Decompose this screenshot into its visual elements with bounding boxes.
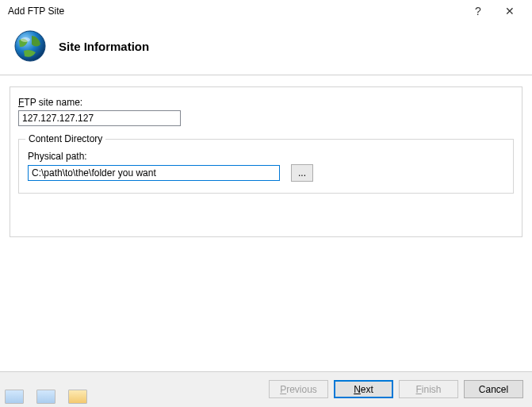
next-button[interactable]: Next [334,380,393,398]
previous-button: Previous [269,380,328,398]
content-directory-group: Content Directory Physical path: ... [18,139,514,194]
physical-path-input[interactable] [28,165,280,181]
content-directory-legend: Content Directory [25,133,105,144]
site-name-label: FTP site name: [18,97,522,108]
titlebar: Add FTP Site ? ✕ [0,0,532,22]
svg-point-1 [21,37,30,42]
thumb-icon [5,390,24,404]
form-panel: FTP site name: Content Directory Physica… [10,86,522,237]
close-button[interactable]: ✕ [494,0,526,22]
browse-button[interactable]: ... [291,164,313,182]
finish-button: Finish [399,380,458,398]
content-area: FTP site name: Content Directory Physica… [0,75,532,237]
header: Site Information [0,22,532,75]
thumb-icon [36,390,55,404]
window-title: Add FTP Site [8,6,462,17]
thumb-icon [68,390,87,404]
taskbar-thumbnails [5,390,87,404]
site-name-input[interactable] [18,110,181,126]
cancel-button[interactable]: Cancel [464,380,523,398]
help-button[interactable]: ? [462,0,494,22]
physical-path-label: Physical path: [28,151,507,162]
page-title: Site Information [59,40,149,53]
globe-icon [13,29,48,63]
